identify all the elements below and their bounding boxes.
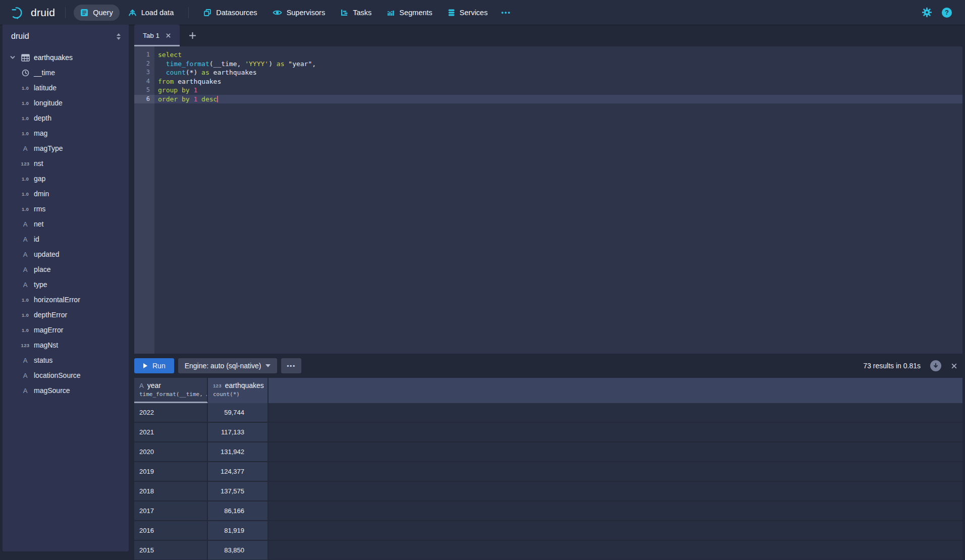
engine-selector[interactable]: Engine: auto (sql-native)	[178, 358, 278, 373]
code-line-4[interactable]: 4from earthquakes	[134, 77, 962, 86]
row-filler	[269, 423, 962, 442]
long-type-icon: 123	[213, 383, 222, 388]
string-type-icon: A	[20, 266, 31, 273]
cell-earthquakes[interactable]: 59,744	[208, 403, 269, 423]
nav-item-datasources[interactable]: Datasources	[197, 5, 263, 21]
run-button[interactable]: Run	[134, 358, 174, 373]
close-results-icon[interactable]	[951, 363, 957, 369]
cell-earthquakes[interactable]: 117,133	[208, 423, 269, 442]
nav-item-supervisors[interactable]: Supervisors	[266, 5, 332, 21]
druid-logo[interactable]: druid	[8, 6, 58, 20]
play-icon	[143, 363, 148, 369]
cell-year[interactable]: 2019	[134, 462, 208, 482]
tree-column-id[interactable]: Aid	[3, 232, 129, 247]
tree-column-__time[interactable]: __time	[3, 65, 129, 80]
cell-year[interactable]: 2016	[134, 521, 208, 541]
float-type-icon: 1.0	[20, 327, 31, 333]
nav-item-query[interactable]: Query	[74, 5, 120, 21]
results-row-2017: 201786,166	[134, 501, 962, 521]
gear-icon[interactable]	[922, 8, 932, 17]
cell-year[interactable]: 2015	[134, 541, 208, 560]
cell-earthquakes[interactable]: 83,850	[208, 541, 269, 560]
line-number: 2	[134, 60, 154, 69]
row-filler	[269, 521, 962, 541]
tree-column-magNst[interactable]: 123magNst	[3, 338, 129, 353]
tree-column-depth[interactable]: 1.0depth	[3, 110, 129, 126]
tree-column-nst[interactable]: 123nst	[3, 156, 129, 171]
float-type-icon: 1.0	[20, 100, 31, 106]
tree-column-gap[interactable]: 1.0gap	[3, 171, 129, 186]
code-line-2[interactable]: 2 time_format(__time, 'YYYY') as "year",	[134, 60, 962, 69]
tree-column-type[interactable]: Atype	[3, 277, 129, 292]
sort-columns-icon[interactable]	[116, 33, 122, 40]
tree-column-magSource[interactable]: AmagSource	[3, 383, 129, 398]
tree-column-locationSource[interactable]: AlocationSource	[3, 368, 129, 383]
sql-editor[interactable]: 1select2 time_format(__time, 'YYYY') as …	[134, 46, 962, 354]
download-results-icon[interactable]	[930, 360, 941, 371]
table-name: earthquakes	[34, 53, 73, 62]
tree-column-rms[interactable]: 1.0rms	[3, 201, 129, 216]
float-type-icon: 1.0	[20, 206, 31, 212]
results-header: Ayeartime_format(__time, …123earthquakes…	[134, 378, 962, 403]
text-cursor	[217, 96, 218, 102]
run-more-button[interactable]: •••	[281, 358, 301, 373]
tree-column-net[interactable]: Anet	[3, 216, 129, 232]
code-text: count(*) as earthquakes	[154, 68, 962, 77]
tasks-icon	[340, 9, 348, 17]
add-tab-button[interactable]	[189, 25, 196, 46]
column-name: status	[34, 356, 52, 364]
tree-column-dmin[interactable]: 1.0dmin	[3, 186, 129, 201]
cell-earthquakes[interactable]: 124,377	[208, 462, 269, 482]
column-name: __time	[34, 69, 55, 77]
code-line-6[interactable]: 6order by 1 desc	[134, 95, 962, 104]
tree-column-horizontalError[interactable]: 1.0horizontalError	[3, 292, 129, 307]
nav-item-label: Datasources	[216, 9, 257, 17]
nav-item-services[interactable]: Services	[441, 5, 495, 21]
tab-1[interactable]: Tab 1	[134, 25, 180, 46]
tree-column-magType[interactable]: AmagType	[3, 141, 129, 156]
tab-close-icon[interactable]	[166, 33, 171, 38]
cell-earthquakes[interactable]: 81,919	[208, 521, 269, 541]
tree-column-updated[interactable]: Aupdated	[3, 247, 129, 262]
line-number: 5	[134, 86, 154, 95]
cell-earthquakes[interactable]: 131,942	[208, 442, 269, 462]
tree-column-longitude[interactable]: 1.0longitude	[3, 95, 129, 110]
tree-column-magError[interactable]: 1.0magError	[3, 322, 129, 338]
column-name: id	[34, 235, 39, 243]
tree-column-status[interactable]: Astatus	[3, 353, 129, 368]
caret-down-icon	[265, 364, 271, 367]
cell-year[interactable]: 2018	[134, 482, 208, 501]
float-type-icon: 1.0	[20, 131, 31, 136]
results-column-header-year[interactable]: Ayeartime_format(__time, …	[134, 378, 208, 403]
string-type-icon: A	[20, 357, 31, 364]
line-number: 6	[134, 95, 154, 104]
code-line-3[interactable]: 3 count(*) as earthquakes	[134, 68, 962, 77]
tree-column-place[interactable]: Aplace	[3, 262, 129, 277]
cell-year[interactable]: 2022	[134, 403, 208, 423]
cell-year[interactable]: 2017	[134, 501, 208, 521]
cell-earthquakes[interactable]: 137,575	[208, 482, 269, 501]
tree-table-earthquakes[interactable]: earthquakes	[3, 50, 129, 65]
results-summary: 73 results in 0.81s	[863, 362, 921, 370]
cell-earthquakes[interactable]: 86,166	[208, 501, 269, 521]
results-column-header-earthquakes[interactable]: 123earthquakescount(*)	[208, 378, 269, 403]
navbar-more-button[interactable]: •••	[496, 5, 516, 20]
cell-year[interactable]: 2020	[134, 442, 208, 462]
nav-item-segments[interactable]: Segments	[380, 5, 439, 21]
column-name: type	[34, 281, 47, 289]
line-number: 3	[134, 68, 154, 77]
tree-column-mag[interactable]: 1.0mag	[3, 126, 129, 141]
chevron-down-icon[interactable]	[10, 54, 16, 61]
nav-item-tasks[interactable]: Tasks	[334, 5, 378, 21]
row-filler	[269, 442, 962, 462]
nav-item-load-data[interactable]: Load data	[122, 5, 181, 21]
tree-column-latitude[interactable]: 1.0latitude	[3, 80, 129, 95]
code-line-1[interactable]: 1select	[134, 50, 962, 60]
tree-column-depthError[interactable]: 1.0depthError	[3, 307, 129, 322]
row-filler	[269, 501, 962, 521]
cell-year[interactable]: 2021	[134, 423, 208, 442]
help-icon[interactable]: ?	[942, 8, 952, 18]
nav-item-label: Tasks	[353, 9, 371, 17]
code-text: from earthquakes	[154, 77, 962, 86]
code-line-5[interactable]: 5group by 1	[134, 86, 962, 95]
